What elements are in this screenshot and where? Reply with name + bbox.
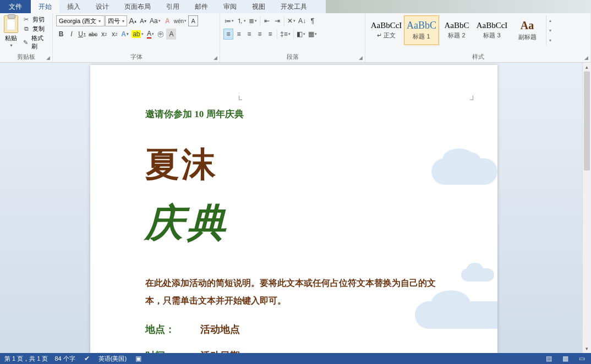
sort-button[interactable]: A↓ <box>297 15 307 26</box>
font-dialog-launcher[interactable]: ◢ <box>212 54 218 61</box>
shading-button[interactable]: ◧ <box>296 29 307 40</box>
clear-format-button[interactable]: A̷ <box>162 15 172 26</box>
circled-char-button[interactable]: ㊥ <box>156 29 166 40</box>
copy-icon: ⧉ <box>23 25 30 33</box>
phonetic-guide-button[interactable]: wén <box>173 15 188 26</box>
doc-time-label: 时间： <box>145 349 200 353</box>
styles-gallery: AaBbCcI ↵ 正文 AaBbC 标题 1 AaBbC 标题 2 AaBbC… <box>368 14 555 46</box>
bullets-button[interactable]: ≔ <box>223 15 235 26</box>
view-read-icon[interactable]: ▤ <box>544 355 554 362</box>
indent-increase-button[interactable]: ⇥ <box>272 15 282 26</box>
font-size-combo[interactable]: 四号▾ <box>105 15 127 26</box>
underline-button[interactable]: U <box>77 29 87 40</box>
change-case-button[interactable]: Aa <box>149 15 162 26</box>
scroll-thumb[interactable] <box>584 71 590 170</box>
numbering-button[interactable]: ⒈ <box>236 15 247 26</box>
style-heading3[interactable]: AaBbCcI 标题 3 <box>474 15 510 45</box>
tab-insert[interactable]: 插入 <box>59 0 88 13</box>
gallery-more[interactable]: ▾ <box>546 35 554 45</box>
multilevel-button[interactable]: ≣ <box>248 15 258 26</box>
tab-devtools[interactable]: 开发工具 <box>273 0 315 13</box>
align-justify-button[interactable]: ≡ <box>255 29 265 40</box>
cut-button[interactable]: ✂剪切 <box>23 15 48 24</box>
indent-decrease-button[interactable]: ⇤ <box>262 15 272 26</box>
scroll-up-icon[interactable]: ▴ <box>583 63 591 71</box>
tab-design[interactable]: 设计 <box>88 0 117 13</box>
gallery-up[interactable]: ▴ <box>546 15 554 25</box>
paragraph-dialog-launcher[interactable]: ◢ <box>357 54 364 61</box>
doc-title-1[interactable]: 夏沫 <box>145 141 442 187</box>
bold-button[interactable]: B <box>56 29 66 40</box>
brush-icon: ✎ <box>23 38 30 46</box>
cloud-decor-3 <box>415 301 497 329</box>
subscript-button[interactable]: x2 <box>99 29 109 40</box>
doc-row-time[interactable]: 时间： 活动日期 <box>145 349 442 353</box>
align-left-button[interactable]: ≡ <box>223 29 233 40</box>
highlight-button[interactable]: ab <box>130 29 145 40</box>
style-heading2[interactable]: AaBbC 标题 2 <box>439 15 474 45</box>
group-paragraph: ≔ ⒈ ≣ ⇤ ⇥ ✕ A↓ ¶ ≡ ≡ ≡ ≡ ≡ <box>220 13 365 62</box>
char-shading-button[interactable]: A <box>166 29 176 40</box>
tab-mail[interactable]: 邮件 <box>187 0 216 13</box>
format-painter-button[interactable]: ✎格式刷 <box>23 34 48 51</box>
doc-title-2[interactable]: 庆典 <box>145 197 442 249</box>
align-right-button[interactable]: ≡ <box>244 29 254 40</box>
shrink-font-button[interactable]: A▾ <box>138 15 148 26</box>
style-normal[interactable]: AaBbCcI ↵ 正文 <box>369 15 404 45</box>
clipboard-dialog-launcher[interactable]: ◢ <box>45 54 51 61</box>
tab-file[interactable]: 文件 <box>0 0 31 13</box>
doc-invite-line[interactable]: 邀请你参加 10 周年庆典 <box>145 108 442 120</box>
style-subtitle[interactable]: Aa 副标题 <box>510 15 545 45</box>
char-border-button[interactable]: A <box>188 15 198 26</box>
group-label-styles: 样式 <box>368 52 588 62</box>
text-effect-button[interactable]: A <box>120 29 130 40</box>
gallery-scroll: ▴ ▾ ▾ <box>546 15 554 45</box>
grow-font-button[interactable]: A▴ <box>128 15 138 26</box>
view-print-icon[interactable]: ▦ <box>560 355 570 362</box>
status-record-icon[interactable]: ▣ <box>133 355 143 362</box>
text-direction-button[interactable]: ✕ <box>286 15 297 26</box>
cloud-decor-1 <box>431 158 497 185</box>
group-label-paragraph: 段落 <box>222 52 363 62</box>
status-page[interactable]: 第 1 页，共 1 页 <box>4 355 48 363</box>
clipboard-icon <box>4 15 18 33</box>
group-font: Georgia (西文▾ 四号▾ A▴ A▾ Aa A̷ wén A B I U… <box>53 13 220 62</box>
style-heading1[interactable]: AaBbC 标题 1 <box>404 15 439 45</box>
status-lang[interactable]: 英语(美国) <box>98 355 127 363</box>
group-styles: AaBbCcI ↵ 正文 AaBbC 标题 1 AaBbC 标题 2 AaBbC… <box>365 13 591 62</box>
line-spacing-button[interactable]: ‡≡ <box>279 29 292 40</box>
scroll-down-icon[interactable]: ▾ <box>583 344 591 353</box>
group-label-clipboard: 剪贴板 <box>2 52 50 62</box>
doc-place-label: 地点： <box>145 323 200 336</box>
copy-button[interactable]: ⧉复制 <box>23 25 48 33</box>
margin-marker-right <box>470 96 473 100</box>
page[interactable]: 邀请你参加 10 周年庆典 夏沫 庆典 在此处添加活动的简短说明。要将此文本或任… <box>90 65 497 353</box>
italic-button[interactable]: I <box>67 29 76 40</box>
doc-row-place[interactable]: 地点： 活动地点 <box>145 323 442 336</box>
strike-button[interactable]: abc <box>87 29 98 40</box>
align-center-button[interactable]: ≡ <box>234 29 244 40</box>
status-bar: 第 1 页，共 1 页 84 个字 ✔ 英语(美国) ▣ ▤ ▦ ▭ <box>0 353 591 364</box>
styles-dialog-launcher[interactable]: ◢ <box>583 54 589 61</box>
vertical-scrollbar[interactable]: ▴ ▾ <box>582 63 591 353</box>
tab-home[interactable]: 开始 <box>31 0 59 13</box>
view-web-icon[interactable]: ▭ <box>577 355 587 362</box>
show-marks-button[interactable]: ¶ <box>308 15 318 26</box>
superscript-button[interactable]: x2 <box>110 29 119 40</box>
font-color-button[interactable]: A <box>145 29 155 40</box>
align-distribute-button[interactable]: ≡ <box>265 29 275 40</box>
borders-button[interactable]: ▦ <box>307 29 318 40</box>
tab-references[interactable]: 引用 <box>158 0 187 13</box>
margin-marker-left <box>239 96 242 100</box>
paste-button[interactable]: 粘贴 ▼ <box>2 14 20 47</box>
doc-description[interactable]: 在此处添加活动的简短说明。要将此文本或任何占位符文本替换为自己的文本，只需单击文… <box>145 274 442 310</box>
tab-layout[interactable]: 页面布局 <box>117 0 158 13</box>
tab-view[interactable]: 视图 <box>244 0 273 13</box>
paste-label: 粘贴 <box>5 34 17 42</box>
spellcheck-icon[interactable]: ✔ <box>82 355 92 362</box>
status-words[interactable]: 84 个字 <box>54 355 75 363</box>
font-family-combo[interactable]: Georgia (西文▾ <box>56 15 105 26</box>
tab-review[interactable]: 审阅 <box>216 0 244 13</box>
gallery-down[interactable]: ▾ <box>546 25 554 35</box>
doc-place-value: 活动地点 <box>200 323 240 336</box>
